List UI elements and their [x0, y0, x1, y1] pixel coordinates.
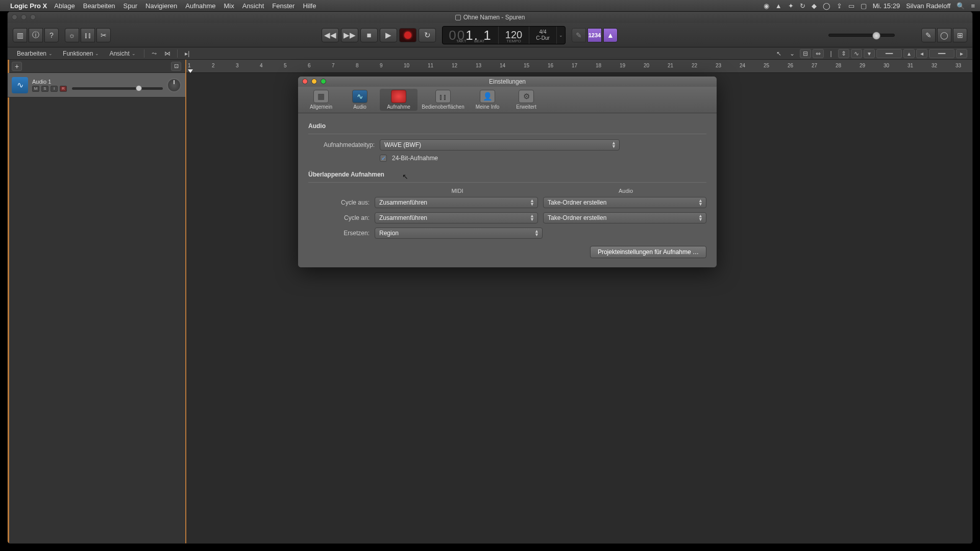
track-icon[interactable]: ∿	[12, 77, 28, 93]
prefs-max[interactable]	[321, 79, 326, 84]
sub-functions-menu[interactable]: Funktionen	[59, 49, 103, 58]
cycle-button[interactable]: ↻	[419, 28, 436, 42]
prefs-close[interactable]	[302, 79, 308, 84]
tool-menu[interactable]: ⌄	[787, 49, 798, 58]
track-record-enable[interactable]: R	[60, 86, 67, 92]
add-track-button[interactable]: +	[12, 62, 22, 71]
smart-controls-button[interactable]: ☼	[65, 28, 79, 42]
tab-general[interactable]: ▦ Allgemein	[302, 89, 340, 111]
traffic-min[interactable]	[21, 14, 27, 20]
menu-mix[interactable]: Mix	[224, 2, 234, 10]
menu-spur[interactable]: Spur	[124, 2, 137, 10]
notepad-button[interactable]: ✎	[921, 28, 936, 42]
menu-ansicht[interactable]: Ansicht	[242, 2, 264, 10]
app-name[interactable]: Logic Pro X	[10, 2, 47, 10]
zoom-h-button[interactable]: ⇔	[813, 49, 824, 58]
forward-button[interactable]: ▶▶	[341, 28, 358, 42]
status-sync-icon[interactable]: ↻	[800, 2, 805, 10]
track-name[interactable]: Audio 1	[32, 79, 163, 85]
countin-button[interactable]: 1234	[587, 28, 602, 42]
help-button[interactable]: ?	[44, 28, 59, 42]
status-battery-icon[interactable]: ▭	[848, 2, 854, 10]
tracklist-menu-button[interactable]: ⊡	[171, 62, 181, 71]
prefs-min[interactable]	[311, 79, 317, 84]
sub-view-menu[interactable]: Ansicht	[105, 49, 139, 58]
tuner-button[interactable]: ✎	[572, 28, 586, 42]
menu-hilfe[interactable]: Hilfe	[303, 2, 316, 10]
status-dropbox-icon[interactable]: ✦	[788, 2, 794, 10]
midi-replace-select[interactable]: Region▲▼	[375, 228, 543, 239]
mixer-button[interactable]: ⫿⫿	[81, 28, 95, 42]
hzoom-out[interactable]: ◂	[916, 49, 927, 58]
menubar-user[interactable]: Silvan Radeloff	[906, 2, 950, 10]
library-button[interactable]: ▥	[13, 28, 27, 42]
snap-button[interactable]: ⊟	[800, 49, 811, 58]
track-pan-knob[interactable]	[167, 78, 181, 92]
track-input[interactable]: I	[51, 86, 58, 92]
waveform-zoom[interactable]: ∿	[851, 49, 862, 58]
record-button[interactable]	[399, 28, 416, 42]
timeline-ruler[interactable]: 1234567891011121314151617181920212223242…	[186, 60, 972, 73]
audio-cycle-off-select[interactable]: Take-Ordner erstellen▲▼	[543, 197, 706, 208]
tab-recording[interactable]: Aufnahme	[380, 89, 418, 111]
menu-ablage[interactable]: Ablage	[54, 2, 75, 10]
menu-fenster[interactable]: Fenster	[272, 2, 295, 10]
vzoom-in[interactable]: ▴	[903, 49, 915, 58]
vzoom-slider[interactable]: ━━	[876, 49, 902, 58]
menu-icon[interactable]: ≡	[971, 2, 975, 10]
track-mute[interactable]: M	[32, 86, 39, 92]
playhead-icon[interactable]	[188, 69, 193, 73]
lcd-key[interactable]: C-Dur	[536, 35, 550, 41]
menubar-clock[interactable]: Mi. 15:29	[873, 2, 900, 10]
browser-button[interactable]: ⊞	[953, 28, 967, 42]
traffic-close[interactable]	[12, 14, 17, 20]
hzoom-slider[interactable]: ━━	[929, 49, 954, 58]
track-solo[interactable]: S	[41, 86, 48, 92]
catch-button[interactable]: ▸|	[182, 49, 193, 58]
midi-cycle-on-select[interactable]: Zusammenführen▲▼	[375, 212, 538, 223]
menu-bearbeiten[interactable]: Bearbeiten	[83, 2, 115, 10]
flex-button[interactable]: ⋈	[162, 49, 173, 58]
metronome-button[interactable]: ▲	[603, 28, 618, 42]
audio-cycle-on-select[interactable]: Take-Ordner erstellen▲▼	[543, 212, 706, 223]
rewind-button[interactable]: ◀◀	[322, 28, 339, 42]
status-record-icon[interactable]: ◉	[764, 2, 769, 10]
vzoom-out[interactable]: ▾	[864, 49, 875, 58]
zoom-v-button[interactable]: ⇕	[838, 49, 849, 58]
midi-cycle-off-select[interactable]: Zusammenführen▲▼	[375, 197, 538, 208]
lcd-display[interactable]: 001. 1 TAKT BEAT 120 TEMPO 4/4 C-Dur ⌄	[442, 26, 566, 44]
tab-surfaces[interactable]: ⫿⫿ Bedienoberflächen	[419, 89, 468, 111]
tab-audio[interactable]: ∿ Audio	[341, 89, 379, 111]
prefs-titlebar[interactable]: Einstellungen	[298, 77, 717, 87]
status-cloud-icon[interactable]: ▲	[775, 2, 782, 10]
status-wifi-icon[interactable]: ⇪	[837, 2, 842, 10]
track-volume-fader[interactable]	[72, 87, 163, 90]
pointer-tool[interactable]: ↖	[773, 49, 785, 58]
ruler-tick: 1	[188, 63, 191, 68]
track-row[interactable]: ∿ Audio 1 M S I R	[8, 73, 185, 97]
menu-aufnahme[interactable]: Aufnahme	[185, 2, 215, 10]
tab-myinfo[interactable]: 👤 Meine Info	[469, 89, 506, 111]
automation-button[interactable]: ⤳	[149, 49, 160, 58]
status-circle-icon[interactable]: ◯	[823, 2, 830, 10]
traffic-max[interactable]	[30, 14, 36, 20]
status-diamond-icon[interactable]: ◆	[812, 2, 817, 10]
editors-button[interactable]: ✂	[96, 28, 111, 42]
master-volume-slider[interactable]	[828, 34, 895, 37]
project-settings-button[interactable]: Projekteinstellungen für Aufnahme …	[590, 246, 706, 258]
tab-advanced[interactable]: ⚙ Erweitert	[507, 89, 545, 111]
stop-button[interactable]: ■	[360, 28, 378, 42]
lcd-expand[interactable]: ⌄	[557, 33, 565, 38]
play-button[interactable]: ▶	[380, 28, 397, 42]
sub-edit-menu[interactable]: Bearbeiten	[13, 49, 57, 58]
bit24-checkbox[interactable]: ✓	[380, 155, 387, 162]
inspector-button[interactable]: ⓘ	[29, 28, 43, 42]
status-display-icon[interactable]: ▢	[861, 2, 867, 10]
hzoom-in[interactable]: ▸	[956, 49, 967, 58]
window-titlebar[interactable]: Ohne Namen - Spuren	[8, 12, 972, 23]
lcd-sig[interactable]: 4/4	[540, 29, 547, 35]
spotlight-icon[interactable]: 🔍	[957, 2, 965, 10]
loops-button[interactable]: ◯	[937, 28, 951, 42]
menu-navigieren[interactable]: Navigieren	[145, 2, 177, 10]
file-type-select[interactable]: WAVE (BWF) ▲▼	[380, 139, 620, 151]
